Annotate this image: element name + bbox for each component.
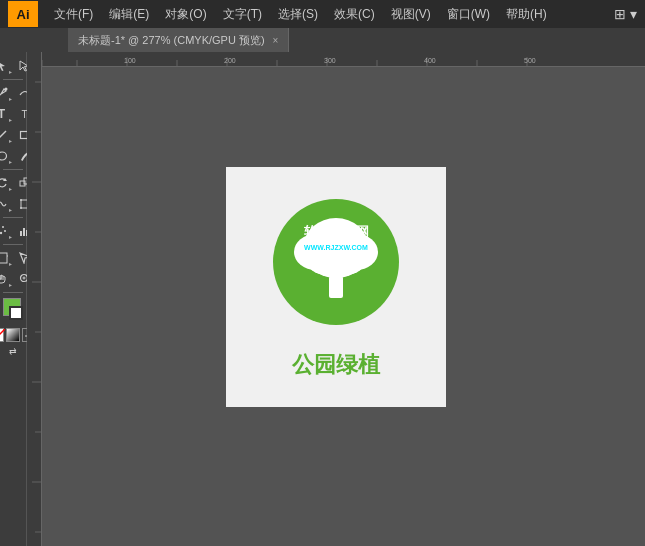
svg-rect-19 — [20, 231, 22, 236]
gradient-swatch[interactable] — [6, 328, 20, 342]
svg-text:WWW.RJZXW.COM: WWW.RJZXW.COM — [304, 244, 368, 251]
swap-colors-icon[interactable]: ⇄ — [9, 346, 17, 356]
svg-point-17 — [0, 232, 2, 234]
tool-separator — [3, 79, 23, 80]
ruler-vertical — [27, 52, 42, 546]
menu-view[interactable]: 视图(V) — [383, 0, 439, 28]
svg-marker-0 — [0, 61, 5, 71]
svg-point-2 — [4, 88, 7, 91]
tool-separator — [3, 169, 23, 170]
menu-object[interactable]: 对象(O) — [157, 0, 214, 28]
svg-rect-23 — [0, 253, 7, 263]
svg-point-12 — [20, 207, 22, 209]
hand-tool[interactable]: ▸ — [0, 269, 13, 289]
select-tool[interactable]: ▸ — [0, 56, 13, 76]
tool-arrow: ▸ — [9, 158, 12, 165]
menu-select[interactable]: 选择(S) — [270, 0, 326, 28]
tool-separator — [3, 292, 23, 293]
tool-arrow: ▸ — [9, 260, 12, 267]
app-logo: Ai — [8, 1, 38, 27]
document-tab[interactable]: 未标题-1* @ 277% (CMYK/GPU 预览) × — [68, 28, 289, 52]
title-bar: Ai 文件(F) 编辑(E) 对象(O) 文字(T) 选择(S) 效果(C) 视… — [0, 0, 645, 28]
workspace-icon[interactable]: ⊞ ▾ — [614, 6, 637, 22]
menu-file[interactable]: 文件(F) — [46, 0, 101, 28]
svg-text:500: 500 — [524, 57, 536, 64]
line-tool[interactable]: ▸ — [0, 125, 13, 145]
svg-point-5 — [0, 152, 6, 160]
tool-arrow: ▸ — [9, 95, 12, 102]
artboard-label: 公园绿植 — [292, 350, 380, 380]
swap-area: ⇄ — [9, 346, 17, 356]
pen-tool[interactable]: ▸ — [0, 83, 13, 103]
svg-line-31 — [0, 329, 5, 343]
artboard-tool[interactable]: ▸ — [0, 248, 13, 268]
ellipse-tool[interactable]: ▸ — [0, 146, 13, 166]
svg-text:100: 100 — [124, 57, 136, 64]
tab-bar: 未标题-1* @ 277% (CMYK/GPU 预览) × — [0, 28, 645, 52]
svg-text:300: 300 — [324, 57, 336, 64]
menu-edit[interactable]: 编辑(E) — [101, 0, 157, 28]
none-swatch[interactable] — [0, 328, 4, 342]
warp-tool[interactable]: ▸ — [0, 194, 13, 214]
menu-window[interactable]: 窗口(W) — [439, 0, 498, 28]
tool-separator — [3, 244, 23, 245]
tab-title: 未标题-1* @ 277% (CMYK/GPU 预览) — [78, 33, 265, 48]
ruler-horizontal: 100 200 300 400 500 — [27, 52, 645, 67]
tool-arrow: ▸ — [9, 233, 12, 240]
svg-point-16 — [4, 230, 6, 232]
tool-arrow: ▸ — [9, 185, 12, 192]
menu-text[interactable]: 文字(T) — [215, 0, 270, 28]
tool-arrow: ▸ — [9, 206, 12, 213]
color-swatch-area — [0, 296, 26, 326]
artboard: 软件自学网 WWW.RJZXW.COM 公园绿植 — [226, 167, 446, 407]
tool-arrow: ▸ — [9, 281, 12, 288]
svg-rect-20 — [23, 228, 25, 236]
svg-line-3 — [0, 131, 6, 139]
canvas-area: 100 200 300 400 500 — [27, 52, 645, 546]
stroke-swatch[interactable] — [9, 306, 23, 320]
toolbar-left: ▸ ▸ ▸ ▸ T ▸ T | — [0, 52, 27, 546]
main-layout: ▸ ▸ ▸ ▸ T ▸ T | — [0, 52, 645, 546]
tool-arrow: ▸ — [9, 68, 12, 75]
title-bar-right: ⊞ ▾ — [614, 6, 637, 22]
tool-separator — [3, 217, 23, 218]
type-tool[interactable]: T ▸ — [0, 104, 13, 124]
svg-text:软件自学网: 软件自学网 — [303, 224, 369, 239]
menu-bar: 文件(F) 编辑(E) 对象(O) 文字(T) 选择(S) 效果(C) 视图(V… — [46, 0, 614, 28]
svg-point-15 — [2, 226, 4, 228]
menu-help[interactable]: 帮助(H) — [498, 0, 555, 28]
svg-text:400: 400 — [424, 57, 436, 64]
symbol-sprayer-tool[interactable]: ▸ — [0, 221, 13, 241]
tool-arrow: ▸ — [9, 137, 12, 144]
tab-close-button[interactable]: × — [273, 35, 279, 46]
tool-arrow: ▸ — [9, 116, 12, 123]
logo-svg: 软件自学网 WWW.RJZXW.COM — [266, 194, 406, 334]
svg-rect-67 — [329, 276, 343, 298]
menu-effect[interactable]: 效果(C) — [326, 0, 383, 28]
svg-text:200: 200 — [224, 57, 236, 64]
rotate-tool[interactable]: ▸ — [0, 173, 13, 193]
svg-point-10 — [20, 199, 22, 201]
